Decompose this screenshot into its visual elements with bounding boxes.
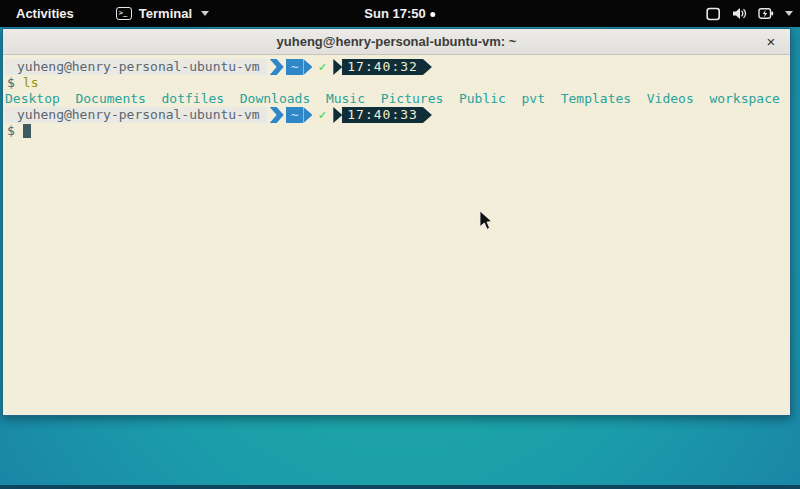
notification-dot-icon: [431, 12, 436, 17]
dir-name: pvt: [522, 91, 545, 107]
dir-name: Downloads: [240, 91, 310, 107]
prompt-userhost: yuheng@henry-personal-ubuntu-vm: [5, 59, 267, 75]
prompt-cwd: ~: [286, 107, 304, 123]
ls-output-line: Desktop Documents dotfiles Downloads Mus…: [5, 91, 790, 107]
clock-menu[interactable]: Sun 17:50: [364, 6, 435, 21]
powerline-arrow-icon: [333, 59, 342, 75]
prompt-userhost: yuheng@henry-personal-ubuntu-vm: [5, 107, 267, 123]
chevron-down-icon: [201, 11, 209, 16]
mouse-cursor: [479, 210, 493, 231]
powerline-arrow-icon: [333, 107, 342, 123]
success-check-icon: ✓: [318, 107, 326, 123]
dir-name: workspace: [709, 91, 779, 107]
terminal-window: yuheng@henry-personal-ubuntu-vm: ~ × yuh…: [2, 28, 791, 416]
terminal-icon: >_: [116, 7, 132, 20]
dir-name: Pictures: [381, 91, 444, 107]
dir-name: Music: [326, 91, 365, 107]
prompt-time: 17:40:33: [342, 107, 423, 123]
powerline-arrow-icon: [423, 59, 432, 75]
prompt-cwd: ~: [286, 59, 304, 75]
clock-label: Sun 17:50: [364, 6, 425, 21]
volume-icon: [732, 7, 747, 20]
chevron-down-icon: [785, 11, 793, 16]
command-text: ls: [23, 75, 39, 91]
window-title: yuheng@henry-personal-ubuntu-vm: ~: [277, 34, 517, 49]
battery-charging-icon: [758, 7, 774, 20]
prompt-line: yuheng@henry-personal-ubuntu-vm ~ ✓ 17:4…: [5, 59, 790, 75]
prompt-symbol: $: [5, 75, 15, 91]
prompt-time: 17:40:32: [342, 59, 423, 75]
dir-name: Desktop: [5, 91, 60, 107]
activities-button[interactable]: Activities: [12, 4, 78, 23]
dir-name: Templates: [561, 91, 631, 107]
top-bar: Activities >_ Terminal Sun 17:50: [0, 0, 800, 27]
dir-name: Documents: [75, 91, 145, 107]
system-status-menu[interactable]: [706, 7, 793, 21]
display-icon: [706, 7, 721, 21]
powerline-chevron-icon: [270, 107, 284, 123]
powerline-arrow-icon: [303, 59, 312, 75]
success-check-icon: ✓: [318, 59, 326, 75]
command-line: $: [5, 123, 790, 139]
desktop-bottom-edge: [0, 485, 800, 489]
close-button[interactable]: ×: [760, 29, 782, 54]
terminal-cursor: [23, 124, 31, 138]
dir-name: dotfiles: [162, 91, 225, 107]
app-menu-terminal[interactable]: >_ Terminal: [116, 6, 209, 21]
app-menu-label: Terminal: [139, 6, 192, 21]
window-titlebar[interactable]: yuheng@henry-personal-ubuntu-vm: ~ ×: [3, 29, 790, 55]
terminal-viewport[interactable]: yuheng@henry-personal-ubuntu-vm ~ ✓ 17:4…: [3, 56, 790, 415]
command-line: $ ls: [5, 75, 790, 91]
dir-name: Public: [459, 91, 506, 107]
prompt-symbol: $: [5, 123, 15, 139]
powerline-chevron-icon: [270, 59, 284, 75]
dir-name: Videos: [647, 91, 694, 107]
prompt-line: yuheng@henry-personal-ubuntu-vm ~ ✓ 17:4…: [5, 107, 790, 123]
powerline-arrow-icon: [303, 107, 312, 123]
powerline-arrow-icon: [423, 107, 432, 123]
